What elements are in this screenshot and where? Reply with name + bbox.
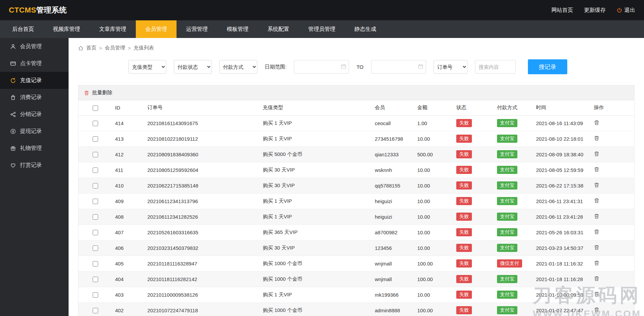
cell-recharge-type: 购买 30 天VIP: [260, 240, 372, 256]
nav-tab-3[interactable]: 会员管理: [136, 20, 177, 38]
nav-tab-2[interactable]: 文章库管理: [90, 20, 136, 38]
share-icon: [10, 112, 16, 117]
delete-row-icon[interactable]: [594, 151, 600, 157]
cell-member: a8700982: [372, 224, 415, 240]
table-row: 402202101072247479118购买 1000 个金币admin888…: [78, 302, 634, 316]
pay-method-badge: 支付宝: [497, 150, 517, 158]
sidebar-item-2[interactable]: 充值记录: [0, 72, 69, 89]
sidebar-item-label: 消费记录: [20, 94, 42, 101]
filter-bar: 充值类型 付款状态 付款方式 日期范围: TO 订单号 搜记录: [128, 59, 634, 74]
bulk-delete-button[interactable]: 批量删除: [78, 85, 634, 100]
cell-member: wsknnh: [372, 162, 415, 178]
sidebar-item-7[interactable]: 打赏记录: [0, 157, 69, 174]
delete-row-icon[interactable]: [594, 229, 600, 235]
delete-row-icon[interactable]: [594, 213, 600, 219]
table-row: 407202105261603316635购买 365 天VIPa8700982…: [78, 224, 634, 240]
cell-time: 2021-08-16 11:43:09: [533, 115, 591, 131]
search-input[interactable]: [475, 60, 516, 74]
nav-tab-7[interactable]: 管理员管理: [299, 20, 345, 38]
row-checkbox[interactable]: [93, 308, 98, 313]
search-field-select[interactable]: 订单号: [434, 60, 467, 74]
pay-method-badge: 支付宝: [497, 228, 517, 236]
row-checkbox[interactable]: [93, 261, 98, 266]
cell-recharge-type: 购买 1000 个金币: [260, 271, 372, 287]
consume-icon: [10, 95, 16, 100]
pay-method-select[interactable]: 付款方式: [219, 60, 257, 74]
recharge-type-select[interactable]: 充值类型: [128, 60, 166, 74]
sidebar-item-6[interactable]: 礼物管理: [0, 140, 69, 157]
delete-row-icon[interactable]: [594, 291, 600, 297]
row-checkbox[interactable]: [93, 167, 98, 173]
sidebar-item-0[interactable]: 会员管理: [0, 38, 69, 55]
sidebar-item-4[interactable]: 分销记录: [0, 106, 69, 123]
breadcrumb-item[interactable]: 首页: [86, 45, 96, 51]
delete-row-icon[interactable]: [594, 276, 600, 281]
cell-time: 2021-06-11 23:41:28: [533, 209, 591, 224]
cell-order-no: 202105261603316635: [145, 224, 260, 240]
delete-row-icon[interactable]: [594, 135, 600, 141]
nav-tab-5[interactable]: 模板管理: [217, 20, 258, 38]
delete-row-icon[interactable]: [594, 198, 600, 203]
cell-order-no: 202101181116328947: [145, 256, 260, 271]
row-checkbox[interactable]: [93, 277, 98, 282]
row-checkbox[interactable]: [93, 152, 98, 157]
nav-tab-1[interactable]: 视频库管理: [43, 20, 90, 38]
nav-tab-8[interactable]: 静态生成: [345, 20, 386, 38]
delete-row-icon[interactable]: [594, 166, 600, 172]
delete-row-icon[interactable]: [594, 307, 600, 313]
row-checkbox[interactable]: [93, 121, 98, 126]
cell-recharge-type: 购买 1000 个金币: [260, 256, 372, 271]
cell-member: heiguizi: [372, 209, 415, 224]
nav-tab-4[interactable]: 运营管理: [177, 20, 217, 38]
reward-icon: [10, 162, 16, 168]
row-checkbox[interactable]: [93, 183, 98, 189]
row-checkbox[interactable]: [93, 292, 98, 298]
bulk-delete-label: 批量删除: [92, 90, 112, 96]
table-row: 412202108091838409360购买 5000 个金币qian1233…: [78, 146, 634, 162]
delete-row-icon[interactable]: [594, 244, 600, 250]
row-checkbox[interactable]: [93, 214, 98, 220]
table-row: 408202106112341282526购买 1 天VIPheiguizi10…: [78, 209, 634, 224]
cell-recharge-type: 购买 1 天VIP: [260, 115, 372, 131]
cell-id: 410: [112, 178, 145, 193]
topbar-link-0[interactable]: 网站首页: [551, 7, 573, 14]
cell-id: 403: [112, 287, 145, 302]
pay-method-badge: 支付宝: [497, 291, 517, 298]
column-header: 会员: [372, 100, 415, 115]
row-checkbox[interactable]: [93, 136, 98, 142]
column-header: 付款方式: [494, 100, 533, 115]
select-all-checkbox[interactable]: [93, 105, 98, 111]
sidebar-item-5[interactable]: 提现记录: [0, 123, 69, 140]
pay-method-badge: 支付宝: [497, 135, 517, 142]
cell-order-no: 202106112341282526: [145, 209, 260, 224]
cell-amount: 100.00: [415, 271, 454, 287]
cell-recharge-type: 购买 1000 个金币: [260, 302, 372, 316]
table-header-row: ID订单号充值类型会员金额状态付款方式时间操作: [78, 100, 634, 115]
row-checkbox[interactable]: [93, 245, 98, 251]
sidebar-item-1[interactable]: 点卡管理: [0, 55, 69, 72]
topbar-link-1[interactable]: 更新缓存: [584, 7, 606, 14]
cell-order-no: 202108161143091675: [145, 115, 260, 131]
status-badge: 失败: [456, 166, 472, 174]
column-header: 充值类型: [260, 100, 372, 115]
pay-method-badge: 支付宝: [497, 306, 517, 314]
sidebar-item-3[interactable]: 消费记录: [0, 89, 69, 106]
nav-tab-0[interactable]: 后台首页: [3, 20, 43, 38]
delete-row-icon[interactable]: [594, 182, 600, 188]
cell-amount: 10.00: [415, 131, 454, 146]
cell-id: 413: [112, 131, 145, 146]
search-button[interactable]: 搜记录: [528, 59, 567, 74]
home-icon: [78, 45, 84, 51]
breadcrumb-item[interactable]: 会员管理: [105, 45, 125, 51]
delete-row-icon[interactable]: [594, 260, 600, 266]
row-checkbox[interactable]: [93, 199, 98, 204]
topbar-link-2[interactable]: 退出: [617, 7, 635, 14]
table-row: 404202101181116282142购买 1000 个金币wnjmall1…: [78, 271, 634, 287]
status-badge: 失败: [456, 291, 472, 298]
pay-status-select[interactable]: 付款状态: [174, 60, 212, 74]
cell-time: 2021-03-23 14:50:37: [533, 240, 591, 256]
row-checkbox[interactable]: [93, 230, 98, 235]
cell-time: 2021-06-11 23:41:31: [533, 193, 591, 209]
delete-row-icon[interactable]: [594, 120, 600, 125]
nav-tab-6[interactable]: 系统配置: [258, 20, 299, 38]
